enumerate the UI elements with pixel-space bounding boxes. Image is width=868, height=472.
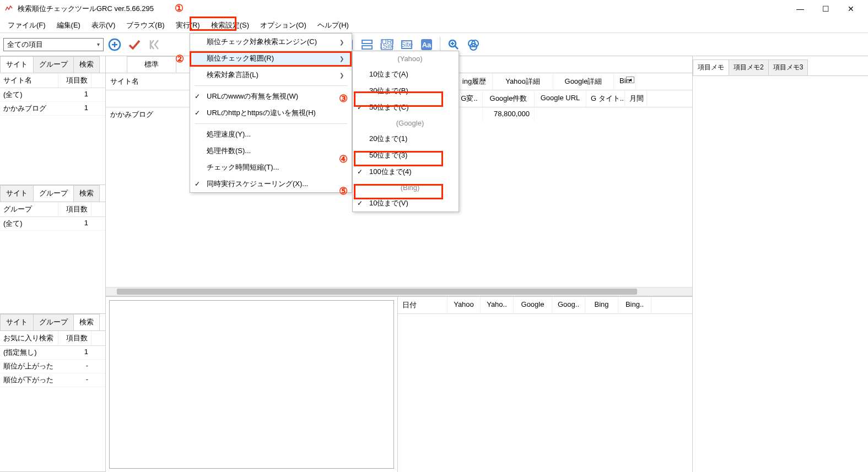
menu-browse[interactable]: ブラウズ(B) bbox=[121, 18, 170, 32]
menu-section-header: (Google) bbox=[353, 116, 459, 131]
minimize-button[interactable]: — bbox=[788, 0, 813, 18]
maximize-button[interactable]: ☐ bbox=[813, 0, 838, 18]
chevron-down-icon: ▾ bbox=[97, 41, 100, 47]
add-icon[interactable] bbox=[106, 36, 123, 53]
history-grid[interactable] bbox=[398, 314, 692, 472]
left-sidebar: サイト グループ 検索 サイト名 項目数 (全て) 1 かかみブログ 1 サイト… bbox=[0, 56, 106, 472]
col-bin[interactable]: Bin◄ bbox=[614, 73, 636, 90]
menu-view[interactable]: 表示(V) bbox=[86, 18, 121, 32]
menu-item-label: 同時実行スケジューリング(X)... bbox=[207, 179, 308, 189]
col-yahoo2[interactable]: Yaho.. bbox=[481, 297, 514, 313]
col-item-count[interactable]: 項目数 bbox=[58, 331, 91, 345]
memo-tab-2[interactable]: 項目メモ2 bbox=[729, 59, 769, 75]
check-icon: ✓ bbox=[195, 180, 200, 188]
tab-search[interactable]: 検索 bbox=[73, 185, 100, 202]
menu-item[interactable]: ✓10位まで(V) bbox=[353, 195, 459, 211]
menu-item[interactable]: 30位まで(B) bbox=[353, 83, 459, 99]
list-item[interactable]: (全て) 1 bbox=[0, 217, 105, 231]
col-date[interactable]: 日付 bbox=[398, 297, 448, 313]
col-bing2[interactable]: Bing.. bbox=[618, 297, 651, 313]
menu-item[interactable]: 順位チェック範囲(R)❯ bbox=[190, 50, 352, 67]
col-google-count[interactable]: Google件数 bbox=[483, 90, 535, 107]
tab-site[interactable]: サイト bbox=[0, 56, 34, 73]
horizontal-scrollbar[interactable] bbox=[106, 287, 692, 296]
menu-item[interactable]: 検索対象言語(L)❯ bbox=[190, 67, 352, 83]
col-ing-history[interactable]: ing履歴 bbox=[456, 73, 493, 90]
col-google2[interactable]: Goog.. bbox=[552, 297, 585, 313]
tab-group[interactable]: グループ bbox=[33, 185, 74, 202]
col-g-title[interactable]: G タイト.. bbox=[586, 90, 625, 107]
app-icon bbox=[4, 4, 13, 13]
list-item[interactable]: (全て) 1 bbox=[0, 88, 105, 102]
menu-item[interactable]: ✓100位まで(4) bbox=[353, 164, 459, 180]
close-button[interactable]: ✕ bbox=[838, 0, 864, 18]
col-item-count[interactable]: 項目数 bbox=[58, 202, 91, 216]
menu-item[interactable]: 順位チェック対象検索エンジン(C)❯ bbox=[190, 34, 352, 50]
memo-tab-3[interactable]: 項目メモ3 bbox=[768, 59, 808, 75]
menu-item[interactable]: ✓同時実行スケジューリング(X)... bbox=[190, 176, 352, 192]
col-yahoo[interactable]: Yahoo bbox=[448, 297, 481, 313]
tab-search[interactable]: 検索 bbox=[73, 314, 100, 330]
detail-panel[interactable] bbox=[109, 300, 394, 469]
col-fav-search[interactable]: お気に入り検索 bbox=[0, 331, 58, 345]
memo-panel: 項目メモ 項目メモ2 項目メモ3 bbox=[692, 56, 868, 472]
col-google-url[interactable]: Google URL bbox=[535, 90, 586, 107]
menu-item[interactable]: 50位まで(3) bbox=[353, 147, 459, 164]
svg-text:1Site: 1Site bbox=[380, 42, 393, 50]
menu-item[interactable]: ✓50位まで(C) bbox=[353, 99, 459, 116]
list-item[interactable]: (指定無し) 1 bbox=[0, 346, 105, 360]
memo-tab-1[interactable]: 項目メモ bbox=[693, 59, 729, 75]
toolbar-separator bbox=[440, 37, 440, 52]
col-g-hen[interactable]: G変.. bbox=[456, 90, 483, 107]
col-yahoo-detail[interactable]: Yahoo詳細 bbox=[493, 73, 553, 90]
menu-item[interactable]: 20位まで(1) bbox=[353, 131, 459, 147]
filter-dropdown[interactable]: 全ての項目 ▾ bbox=[3, 38, 104, 51]
callout-num-2: ② bbox=[175, 53, 184, 65]
venn-icon[interactable] bbox=[465, 36, 482, 53]
list-item[interactable]: 順位が上がった - bbox=[0, 360, 105, 373]
menu-item[interactable]: ✓URLのhttpとhttpsの違いを無視(H) bbox=[190, 105, 352, 121]
menu-item[interactable]: 処理速度(Y)... bbox=[190, 126, 352, 143]
svg-text:Site: Site bbox=[401, 40, 413, 48]
tab-search[interactable]: 検索 bbox=[73, 56, 100, 73]
submenu-arrow-icon: ❯ bbox=[317, 39, 344, 45]
col-google[interactable]: Google bbox=[514, 297, 552, 313]
menu-item[interactable]: 10位まで(A) bbox=[353, 66, 459, 83]
menu-file[interactable]: ファイル(F) bbox=[2, 18, 51, 32]
tab-site[interactable]: サイト bbox=[0, 314, 34, 330]
check-icon: ✓ bbox=[357, 104, 363, 111]
menu-options[interactable]: オプション(O) bbox=[255, 18, 312, 32]
tab-site[interactable]: サイト bbox=[0, 185, 34, 202]
menu-help[interactable]: ヘルプ(H) bbox=[312, 18, 354, 32]
menu-item-label: 処理件数(S)... bbox=[207, 146, 251, 156]
filter-value: 全ての項目 bbox=[7, 40, 43, 50]
tab-group[interactable]: グループ bbox=[33, 314, 74, 330]
col-google-detail[interactable]: Google詳細 bbox=[553, 73, 614, 90]
menu-item[interactable]: 処理件数(S)... bbox=[190, 143, 352, 159]
col-group[interactable]: グループ bbox=[0, 202, 58, 216]
check-icon[interactable] bbox=[126, 36, 143, 53]
col-item-count[interactable]: 項目数 bbox=[58, 73, 91, 88]
menu-search-settings[interactable]: 検索設定(S) bbox=[206, 18, 255, 32]
menu-item-label: 100位まで(4) bbox=[369, 167, 412, 177]
menubar: ファイル(F) 編集(E) 表示(V) ブラウズ(B) 実行(R) 検索設定(S… bbox=[0, 18, 868, 33]
rewind-icon[interactable] bbox=[145, 36, 163, 53]
list-item[interactable]: 順位が下がった - bbox=[0, 373, 105, 387]
callout-num-4: ④ bbox=[339, 153, 348, 165]
callout-num-1: ① bbox=[175, 2, 184, 14]
menu-run[interactable]: 実行(R) bbox=[170, 18, 206, 32]
rank-check-range-submenu: (Yahoo)10位まで(A)30位まで(B)✓50位まで(C)(Google)… bbox=[352, 51, 459, 212]
menu-edit[interactable]: 編集(E) bbox=[51, 18, 86, 32]
col-site-name[interactable]: サイト名 bbox=[0, 73, 58, 88]
scroll-left-arrow[interactable]: ◄ bbox=[626, 77, 634, 83]
tab-standard[interactable]: 標準 bbox=[127, 56, 176, 73]
menu-item[interactable]: チェック時間短縮(T)... bbox=[190, 159, 352, 176]
list-item[interactable]: かかみブログ 1 bbox=[0, 102, 105, 116]
memo-area[interactable] bbox=[693, 76, 868, 296]
col-monthly[interactable]: 月間 bbox=[625, 90, 647, 107]
svg-rect-5 bbox=[362, 40, 372, 44]
scrollbar-thumb[interactable] bbox=[117, 289, 637, 295]
menu-item[interactable]: ✓URLのwwwの有無を無視(W) bbox=[190, 88, 352, 105]
col-bing[interactable]: Bing bbox=[585, 297, 618, 313]
tab-group[interactable]: グループ bbox=[33, 56, 74, 73]
